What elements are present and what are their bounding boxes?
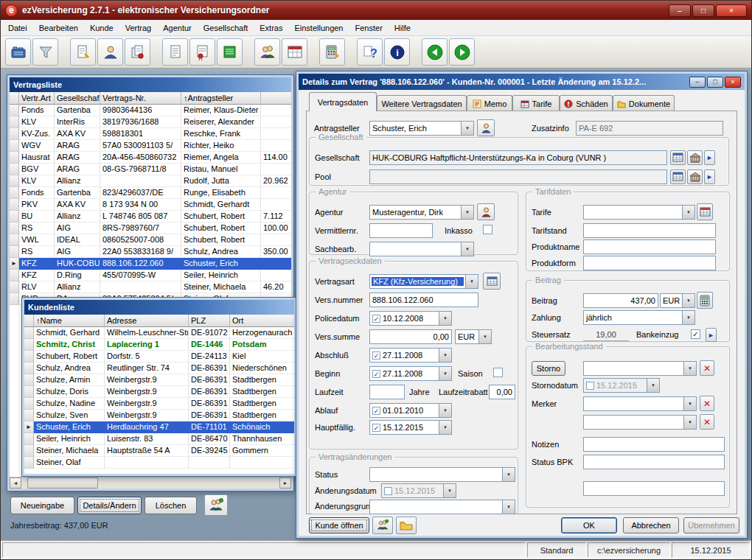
table-row[interactable]: FondsGartenba99803644136Reimer, Klaus-Di… [10, 105, 291, 116]
abbrechen-button[interactable]: Abbrechen [623, 517, 679, 533]
table-row[interactable]: KFZD.Ring455/070995-WSeiler, Heinrich [10, 270, 291, 281]
beginn-checkbox[interactable] [372, 370, 380, 378]
vermittlernr-field[interactable] [369, 223, 433, 238]
vertraege-button[interactable] [125, 38, 150, 66]
gesellschaft-select-button[interactable] [670, 150, 686, 165]
table-row[interactable]: Schulze, SvenWeinbergstr.9DE-86391Stadtb… [24, 410, 294, 421]
menu-item-extras[interactable]: Extras [254, 21, 288, 35]
details-close-button[interactable]: × [725, 77, 741, 88]
menu-item-agentur[interactable]: Agentur [157, 21, 198, 35]
personen-button[interactable] [254, 38, 280, 66]
tab-schaeden[interactable]: Schäden [560, 95, 613, 111]
details-minimize-button[interactable]: – [689, 77, 706, 88]
antragsteller-open-button[interactable] [477, 119, 495, 136]
statusbpk-field[interactable] [583, 455, 725, 469]
column-header[interactable]: ↑Antragsteller [181, 92, 261, 105]
tab-weitere-vertragsdaten[interactable]: Weitere Vertragsdaten [377, 95, 467, 111]
menu-item-hilfe[interactable]: Hilfe [389, 21, 417, 35]
policedatum-checkbox[interactable] [372, 315, 380, 323]
info-button[interactable]: i [384, 38, 410, 66]
table-row[interactable]: Schulze, ArminWeinbergstr.9DE-86391Stadt… [24, 374, 294, 386]
chevron-down-icon[interactable]: ▼ [682, 311, 694, 324]
menu-item-bearbeiten[interactable]: Bearbeiten [33, 21, 84, 35]
scroll-left-arrow[interactable]: ◄ [10, 477, 21, 489]
kalender-button[interactable] [282, 38, 307, 66]
bearbeitungsstand-extra-field[interactable] [583, 481, 725, 496]
neueingabe-button[interactable]: Neueingabe [10, 497, 74, 514]
table-row[interactable]: Steiner, Olaf [24, 457, 294, 469]
column-header[interactable]: Gesellschaf [55, 92, 100, 105]
versnummer-field[interactable]: 888.106.122.060 [369, 293, 478, 307]
table-row[interactable]: Schulze, NadineWeinbergstr.9DE-86391Stad… [24, 398, 294, 410]
pool-goto-button[interactable]: ► [704, 169, 715, 184]
laufzeit-field[interactable] [369, 385, 405, 399]
kunden-button[interactable] [97, 38, 123, 66]
table-row[interactable]: RSAIG22A0 553833168 9/Schulz, Andrea350.… [10, 246, 291, 258]
chevron-down-icon[interactable]: ▼ [439, 421, 451, 434]
close-button[interactable]: × [716, 4, 747, 17]
table-row[interactable]: Schmitz, ChristLaplacering 1DE-1446Potsd… [24, 339, 294, 351]
merker2-combobox[interactable]: ▼ [583, 415, 697, 430]
storno-combobox[interactable]: ▼ [583, 361, 697, 376]
verssumme-field[interactable]: 0,00 [369, 329, 452, 344]
kunde-oeffnen-button[interactable]: Kunde öffnen [309, 517, 369, 533]
laufzeitrabatt-field[interactable]: 0,00 [489, 385, 515, 399]
table-row[interactable]: Schulze, DorisWeinbergstr.9DE-86391Stadt… [24, 386, 294, 398]
vor-button[interactable] [449, 38, 475, 66]
beitrag-field[interactable]: 437,00 [583, 293, 658, 308]
verssumme-currency-combobox[interactable]: EUR▼ [455, 329, 492, 344]
tarife-combobox[interactable]: ▼ [583, 205, 695, 220]
chevron-down-icon[interactable]: ▼ [439, 367, 451, 380]
table-row[interactable]: KLVAllianzRudolf, Jutta20.962 [10, 175, 291, 187]
table-row[interactable]: WGVARAG57A0 530091103 5/Richter, Heiko [10, 140, 291, 152]
storno-clear-button[interactable]: ✕ [700, 360, 714, 376]
details-aendern-button[interactable]: Details/Ändern [77, 497, 142, 514]
table-row[interactable]: RLVAllianzSteiner, Michaela46.20 [10, 281, 291, 293]
chevron-down-icon[interactable]: ▼ [439, 312, 451, 325]
column-header[interactable] [261, 92, 291, 105]
neuer-eintrag-button[interactable] [70, 38, 96, 66]
kundenliste-titlebar[interactable]: Kundenliste [24, 300, 294, 315]
chevron-down-icon[interactable]: ▼ [461, 206, 473, 219]
chevron-down-icon[interactable]: ▼ [461, 242, 473, 256]
table-row[interactable]: Steiner, MichaelaHauptstraße 54 ADE-3924… [24, 445, 294, 457]
urkunden-button[interactable] [189, 38, 215, 66]
kartei-button[interactable] [5, 38, 31, 66]
abschluss-datepicker[interactable]: 27.11.2008▼ [369, 348, 452, 363]
table-row[interactable]: PKVAXA KV8 173 934 N 00Schmidt, Gerhardt [10, 199, 291, 211]
notizen-field[interactable] [583, 437, 725, 452]
column-header[interactable]: Adresse [105, 315, 189, 327]
tab-dokumente[interactable]: Dokumente [613, 95, 675, 111]
listen-button[interactable] [217, 38, 243, 66]
column-header[interactable]: Ort [230, 315, 294, 327]
menu-item-einstellungen[interactable]: Einstellungen [288, 21, 349, 35]
rechner-button[interactable] [319, 38, 345, 66]
table-row[interactable]: ►KFZHUK-COBU888.106.122.060Schuster, Eri… [10, 258, 291, 270]
beginn-datepicker[interactable]: 27.11.2008▼ [369, 366, 452, 381]
chevron-down-icon[interactable]: ▼ [683, 416, 696, 429]
steuersatz-field[interactable]: 19,00 [583, 328, 629, 341]
beitrag-currency-combobox[interactable]: EUR▼ [660, 293, 695, 308]
minimize-button[interactable]: – [669, 4, 691, 17]
produktform-field[interactable] [583, 256, 716, 270]
storno-button[interactable]: Storno [532, 361, 565, 376]
scroll-thumb[interactable] [27, 477, 98, 489]
ok-button[interactable]: OK [561, 517, 617, 533]
chevron-down-icon[interactable]: ▼ [461, 122, 473, 135]
column-header[interactable]: PLZ [189, 315, 230, 327]
menu-item-gesellschaft[interactable]: Gesellschaft [198, 21, 254, 35]
table-row[interactable]: BGVARAG08-GS-7968711/8Ristau, Manuel [10, 164, 291, 175]
table-row[interactable]: Schmidt, GerhardWilhelm-Leuschner-StraDE… [24, 327, 294, 339]
column-header[interactable]: Vertr.Art [19, 92, 55, 105]
dokument-button[interactable] [162, 38, 188, 66]
saison-checkbox[interactable] [493, 368, 503, 377]
bankeinzug-goto-button[interactable]: ► [706, 328, 717, 342]
tab-tarife[interactable]: Tarife [512, 95, 560, 111]
agentur-combobox[interactable]: Musteragentur, Dirk▼ [369, 205, 474, 220]
agentur-open-button[interactable] [477, 203, 495, 220]
aenderungsgrund-combobox[interactable]: ▼ [369, 500, 515, 514]
pool-select-button[interactable] [670, 169, 686, 184]
hilfe-button[interactable]: ? [357, 38, 383, 66]
policedatum-datepicker[interactable]: 10.12.2008▼ [369, 311, 452, 326]
vertragsart-combobox[interactable]: KFZ (Kfz-Versicherung)▼ [369, 274, 478, 289]
